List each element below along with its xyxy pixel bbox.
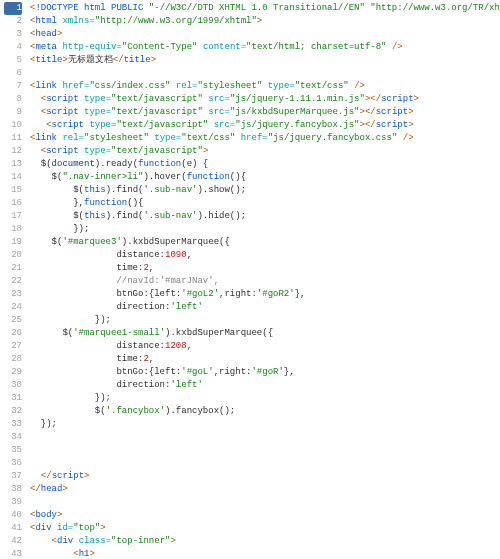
- code-line[interactable]: $('#marquee1-small').kxbdSuperMarquee({: [30, 327, 500, 340]
- code-line[interactable]: <link rel="stylesheet" type="text/css" h…: [30, 132, 500, 145]
- line-number: 38: [4, 483, 22, 496]
- code-line[interactable]: });: [30, 223, 500, 236]
- code-line[interactable]: direction:'left': [30, 379, 500, 392]
- code-line[interactable]: $('#marquee3').kxbdSuperMarquee({: [30, 236, 500, 249]
- code-line[interactable]: btnGo:{left:'#goL2',right:'#goR2'},: [30, 288, 500, 301]
- code-line[interactable]: direction:'left': [30, 301, 500, 314]
- line-number: 37: [4, 470, 22, 483]
- line-number: 34: [4, 431, 22, 444]
- code-line[interactable]: <link href="css/index.css" rel="styleshe…: [30, 80, 500, 93]
- code-line[interactable]: <html xmlns="http://www.w3.org/1999/xhtm…: [30, 15, 500, 28]
- code-line[interactable]: [30, 496, 500, 509]
- code-line[interactable]: <meta http-equiv="Content-Type" content=…: [30, 41, 500, 54]
- line-number: 24: [4, 301, 22, 314]
- line-number: 22: [4, 275, 22, 288]
- line-number: 5: [4, 54, 22, 67]
- code-line[interactable]: <div id="top">: [30, 522, 500, 535]
- code-line[interactable]: //navId:'#marJNav',: [30, 275, 500, 288]
- code-line[interactable]: <head>: [30, 28, 500, 41]
- line-number: 41: [4, 522, 22, 535]
- code-line[interactable]: </script>: [30, 470, 500, 483]
- code-line[interactable]: [30, 431, 500, 444]
- line-number: 6: [4, 67, 22, 80]
- code-line[interactable]: <div class="top-inner">: [30, 535, 500, 548]
- line-number: 2: [4, 15, 22, 28]
- code-line[interactable]: <!DOCTYPE html PUBLIC "-//W3C//DTD XHTML…: [30, 2, 500, 15]
- line-number: 8: [4, 93, 22, 106]
- code-line[interactable]: [30, 457, 500, 470]
- line-number: 16: [4, 197, 22, 210]
- code-editor[interactable]: 1234567891011121314151617181920212223242…: [0, 0, 500, 559]
- line-number: 43: [4, 548, 22, 559]
- line-number: 12: [4, 145, 22, 158]
- code-line[interactable]: distance:1090,: [30, 249, 500, 262]
- line-number: 14: [4, 171, 22, 184]
- code-line[interactable]: });: [30, 314, 500, 327]
- line-number: 11: [4, 132, 22, 145]
- line-number: 35: [4, 444, 22, 457]
- line-number: 4: [4, 41, 22, 54]
- code-line[interactable]: <h1>: [30, 548, 500, 559]
- code-line[interactable]: distance:1208,: [30, 340, 500, 353]
- code-line[interactable]: <body>: [30, 509, 500, 522]
- code-line[interactable]: </head>: [30, 483, 500, 496]
- line-number: 18: [4, 223, 22, 236]
- line-number: 33: [4, 418, 22, 431]
- line-number: 21: [4, 262, 22, 275]
- line-number: 30: [4, 379, 22, 392]
- code-line[interactable]: [30, 67, 500, 80]
- line-number: 42: [4, 535, 22, 548]
- code-line[interactable]: $(".nav-inner>li").hover(function(){: [30, 171, 500, 184]
- line-number: 3: [4, 28, 22, 41]
- code-line[interactable]: <script type="text/javascript" src="js/j…: [30, 93, 500, 106]
- code-line[interactable]: $('.fancybox').fancybox();: [30, 405, 500, 418]
- code-line[interactable]: [30, 444, 500, 457]
- code-line[interactable]: $(document).ready(function(e) {: [30, 158, 500, 171]
- code-line[interactable]: <title>无标题文档</title>: [30, 54, 500, 67]
- code-line[interactable]: btnGo:{left:'#goL',right:'#goR'},: [30, 366, 500, 379]
- line-number: 39: [4, 496, 22, 509]
- line-number: 28: [4, 353, 22, 366]
- line-number: 31: [4, 392, 22, 405]
- line-number: 29: [4, 366, 22, 379]
- line-number: 7: [4, 80, 22, 93]
- line-number: 25: [4, 314, 22, 327]
- line-number: 26: [4, 327, 22, 340]
- line-number: 9: [4, 106, 22, 119]
- line-number: 17: [4, 210, 22, 223]
- line-number: 23: [4, 288, 22, 301]
- code-area[interactable]: <!DOCTYPE html PUBLIC "-//W3C//DTD XHTML…: [28, 0, 500, 559]
- line-number-gutter: 1234567891011121314151617181920212223242…: [0, 0, 28, 559]
- code-line[interactable]: $(this).find('.sub-nav').show();: [30, 184, 500, 197]
- line-number: 19: [4, 236, 22, 249]
- code-line[interactable]: });: [30, 392, 500, 405]
- code-line[interactable]: });: [30, 418, 500, 431]
- line-number: 32: [4, 405, 22, 418]
- line-number: 15: [4, 184, 22, 197]
- line-number: 10: [4, 119, 22, 132]
- code-line[interactable]: <script type="text/javascript" src="js/j…: [30, 119, 500, 132]
- line-number: 1: [4, 2, 22, 15]
- code-line[interactable]: time:2,: [30, 262, 500, 275]
- code-line[interactable]: <script type="text/javascript" src="js/k…: [30, 106, 500, 119]
- line-number: 36: [4, 457, 22, 470]
- code-line[interactable]: $(this).find('.sub-nav').hide();: [30, 210, 500, 223]
- line-number: 13: [4, 158, 22, 171]
- line-number: 40: [4, 509, 22, 522]
- code-line[interactable]: time:2,: [30, 353, 500, 366]
- code-line[interactable]: <script type="text/javascript">: [30, 145, 500, 158]
- line-number: 27: [4, 340, 22, 353]
- code-line[interactable]: },function(){: [30, 197, 500, 210]
- line-number: 20: [4, 249, 22, 262]
